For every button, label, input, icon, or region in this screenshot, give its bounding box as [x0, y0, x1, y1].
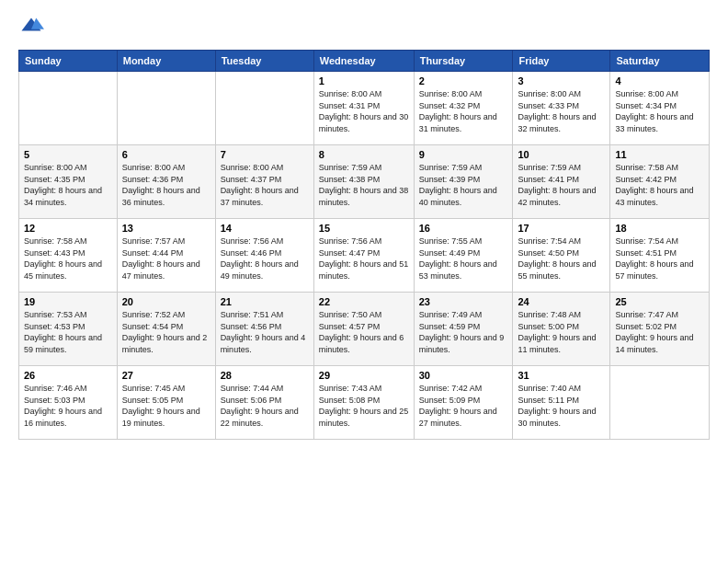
calendar-cell: 1Sunrise: 8:00 AMSunset: 4:31 PMDaylight…: [313, 72, 414, 145]
day-header-thursday: Thursday: [414, 51, 513, 72]
calendar-cell: 29Sunrise: 7:43 AMSunset: 5:08 PMDayligh…: [313, 366, 414, 440]
day-number: 27: [122, 370, 210, 381]
day-number: 25: [615, 296, 704, 307]
day-number: 26: [24, 370, 112, 381]
calendar-cell: 10Sunrise: 7:59 AMSunset: 4:41 PMDayligh…: [513, 145, 610, 219]
day-info: Sunrise: 7:54 AMSunset: 4:50 PMDaylight:…: [518, 236, 605, 282]
day-number: 9: [419, 149, 508, 160]
day-info: Sunrise: 7:50 AMSunset: 4:57 PMDaylight:…: [319, 309, 409, 355]
day-info: Sunrise: 8:00 AMSunset: 4:33 PMDaylight:…: [518, 88, 605, 134]
day-number: 17: [518, 223, 605, 234]
day-header-sunday: Sunday: [19, 51, 118, 72]
calendar-header-row: SundayMondayTuesdayWednesdayThursdayFrid…: [19, 51, 710, 72]
day-info: Sunrise: 8:00 AMSunset: 4:36 PMDaylight:…: [122, 162, 210, 208]
day-info: Sunrise: 7:51 AMSunset: 4:56 PMDaylight:…: [221, 309, 309, 355]
calendar-cell: 8Sunrise: 7:59 AMSunset: 4:38 PMDaylight…: [313, 145, 414, 219]
day-info: Sunrise: 7:57 AMSunset: 4:44 PMDaylight:…: [122, 236, 210, 282]
day-number: 7: [221, 149, 309, 160]
day-info: Sunrise: 8:00 AMSunset: 4:31 PMDaylight:…: [319, 88, 409, 134]
day-number: 2: [419, 75, 508, 86]
day-number: 18: [615, 223, 704, 234]
calendar-cell: 24Sunrise: 7:48 AMSunset: 5:00 PMDayligh…: [513, 293, 610, 366]
day-header-friday: Friday: [513, 51, 610, 72]
page: SundayMondayTuesdayWednesdayThursdayFrid…: [0, 0, 728, 563]
day-number: 20: [122, 296, 210, 307]
calendar-cell: 14Sunrise: 7:56 AMSunset: 4:46 PMDayligh…: [215, 219, 313, 293]
calendar-cell: 27Sunrise: 7:45 AMSunset: 5:05 PMDayligh…: [117, 366, 215, 440]
day-info: Sunrise: 7:48 AMSunset: 5:00 PMDaylight:…: [518, 309, 605, 355]
day-info: Sunrise: 7:47 AMSunset: 5:02 PMDaylight:…: [615, 309, 704, 355]
day-header-tuesday: Tuesday: [215, 51, 313, 72]
day-info: Sunrise: 7:58 AMSunset: 4:43 PMDaylight:…: [24, 236, 112, 282]
day-number: 6: [122, 149, 210, 160]
calendar-cell: 11Sunrise: 7:58 AMSunset: 4:42 PMDayligh…: [610, 145, 710, 219]
day-number: 24: [518, 296, 605, 307]
day-info: Sunrise: 7:59 AMSunset: 4:38 PMDaylight:…: [319, 162, 409, 208]
day-number: 31: [518, 370, 605, 381]
calendar: SundayMondayTuesdayWednesdayThursdayFrid…: [18, 50, 710, 440]
day-number: 14: [221, 223, 309, 234]
calendar-cell: 28Sunrise: 7:44 AMSunset: 5:06 PMDayligh…: [215, 366, 313, 440]
day-info: Sunrise: 7:53 AMSunset: 4:53 PMDaylight:…: [24, 309, 112, 355]
day-info: Sunrise: 8:00 AMSunset: 4:32 PMDaylight:…: [419, 88, 508, 134]
calendar-cell: 25Sunrise: 7:47 AMSunset: 5:02 PMDayligh…: [610, 293, 710, 366]
calendar-cell: 2Sunrise: 8:00 AMSunset: 4:32 PMDaylight…: [414, 72, 513, 145]
calendar-cell: 16Sunrise: 7:55 AMSunset: 4:49 PMDayligh…: [414, 219, 513, 293]
day-number: 19: [24, 296, 112, 307]
day-info: Sunrise: 7:59 AMSunset: 4:39 PMDaylight:…: [419, 162, 508, 208]
day-info: Sunrise: 7:44 AMSunset: 5:06 PMDaylight:…: [221, 383, 309, 429]
day-header-wednesday: Wednesday: [313, 51, 414, 72]
day-number: 12: [24, 223, 112, 234]
day-info: Sunrise: 7:49 AMSunset: 4:59 PMDaylight:…: [419, 309, 508, 355]
calendar-cell: 7Sunrise: 8:00 AMSunset: 4:37 PMDaylight…: [215, 145, 313, 219]
calendar-cell: 17Sunrise: 7:54 AMSunset: 4:50 PMDayligh…: [513, 219, 610, 293]
day-info: Sunrise: 7:59 AMSunset: 4:41 PMDaylight:…: [518, 162, 605, 208]
day-number: 15: [319, 223, 409, 234]
day-info: Sunrise: 7:56 AMSunset: 4:46 PMDaylight:…: [221, 236, 309, 282]
calendar-cell: [117, 72, 215, 145]
day-info: Sunrise: 8:00 AMSunset: 4:35 PMDaylight:…: [24, 162, 112, 208]
calendar-cell: 22Sunrise: 7:50 AMSunset: 4:57 PMDayligh…: [313, 293, 414, 366]
day-number: 29: [319, 370, 409, 381]
calendar-cell: 5Sunrise: 8:00 AMSunset: 4:35 PMDaylight…: [19, 145, 118, 219]
day-number: 5: [24, 149, 112, 160]
day-number: 13: [122, 223, 210, 234]
day-info: Sunrise: 7:56 AMSunset: 4:47 PMDaylight:…: [319, 236, 409, 282]
calendar-cell: 13Sunrise: 7:57 AMSunset: 4:44 PMDayligh…: [117, 219, 215, 293]
calendar-cell: 23Sunrise: 7:49 AMSunset: 4:59 PMDayligh…: [414, 293, 513, 366]
day-info: Sunrise: 7:58 AMSunset: 4:42 PMDaylight:…: [615, 162, 704, 208]
calendar-cell: 9Sunrise: 7:59 AMSunset: 4:39 PMDaylight…: [414, 145, 513, 219]
day-number: 1: [319, 75, 409, 86]
day-number: 21: [221, 296, 309, 307]
day-info: Sunrise: 7:40 AMSunset: 5:11 PMDaylight:…: [518, 383, 605, 429]
day-header-saturday: Saturday: [610, 51, 710, 72]
day-info: Sunrise: 7:46 AMSunset: 5:03 PMDaylight:…: [24, 383, 112, 429]
week-row-1: 1Sunrise: 8:00 AMSunset: 4:31 PMDaylight…: [19, 72, 710, 145]
day-number: 11: [615, 149, 704, 160]
calendar-cell: [215, 72, 313, 145]
day-number: 22: [319, 296, 409, 307]
week-row-4: 19Sunrise: 7:53 AMSunset: 4:53 PMDayligh…: [19, 293, 710, 366]
day-info: Sunrise: 7:45 AMSunset: 5:05 PMDaylight:…: [122, 383, 210, 429]
calendar-cell: 15Sunrise: 7:56 AMSunset: 4:47 PMDayligh…: [313, 219, 414, 293]
calendar-cell: [19, 72, 118, 145]
calendar-cell: 4Sunrise: 8:00 AMSunset: 4:34 PMDaylight…: [610, 72, 710, 145]
day-number: 28: [221, 370, 309, 381]
calendar-cell: [610, 366, 710, 440]
calendar-cell: 26Sunrise: 7:46 AMSunset: 5:03 PMDayligh…: [19, 366, 118, 440]
calendar-cell: 20Sunrise: 7:52 AMSunset: 4:54 PMDayligh…: [117, 293, 215, 366]
week-row-3: 12Sunrise: 7:58 AMSunset: 4:43 PMDayligh…: [19, 219, 710, 293]
calendar-cell: 6Sunrise: 8:00 AMSunset: 4:36 PMDaylight…: [117, 145, 215, 219]
logo: [18, 15, 48, 40]
day-number: 8: [319, 149, 409, 160]
calendar-cell: 30Sunrise: 7:42 AMSunset: 5:09 PMDayligh…: [414, 366, 513, 440]
calendar-cell: 19Sunrise: 7:53 AMSunset: 4:53 PMDayligh…: [19, 293, 118, 366]
calendar-cell: 31Sunrise: 7:40 AMSunset: 5:11 PMDayligh…: [513, 366, 610, 440]
header: [18, 15, 710, 40]
calendar-cell: 12Sunrise: 7:58 AMSunset: 4:43 PMDayligh…: [19, 219, 118, 293]
calendar-cell: 18Sunrise: 7:54 AMSunset: 4:51 PMDayligh…: [610, 219, 710, 293]
calendar-cell: 21Sunrise: 7:51 AMSunset: 4:56 PMDayligh…: [215, 293, 313, 366]
day-number: 23: [419, 296, 508, 307]
day-info: Sunrise: 7:55 AMSunset: 4:49 PMDaylight:…: [419, 236, 508, 282]
week-row-5: 26Sunrise: 7:46 AMSunset: 5:03 PMDayligh…: [19, 366, 710, 440]
